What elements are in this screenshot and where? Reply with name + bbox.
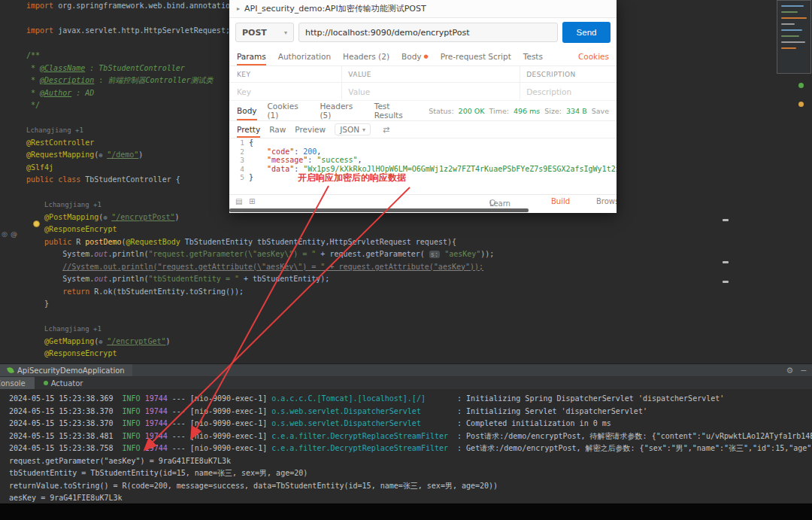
minimap-line [781,29,802,31]
tab-authorization[interactable]: Authorization [278,47,331,65]
tab-tests[interactable]: Tests [523,47,543,65]
minimize-icon[interactable]: ─ [801,366,806,376]
run-config-label: ApiSecurityDemoApplication [17,366,125,375]
send-button[interactable]: Send [562,22,611,43]
run-toolwindow-header: ApiSecurityDemoApplication ⚙ ─ [0,364,812,377]
tab-params[interactable]: Params [237,47,266,65]
line-number-gutter: 1 2 3 4 5 [229,138,249,182]
kv-header-key: KEY [229,71,341,78]
minimap-line [781,47,796,49]
body-modified-dot-icon: ● [424,53,429,59]
response-view-bar: Pretty Raw Preview JSON ▾ ⇄ [229,120,617,138]
status-badge: 200 OK [459,107,485,115]
bottom-filler [0,503,812,520]
response-tab-headers[interactable]: Headers (5) [320,101,363,120]
minimap-line [781,11,798,13]
postman-footer: ▤ ⊞ Learn Build Browse [229,194,617,208]
url-value: http://localhost:9090/demo/encryptPost [305,28,470,38]
tab-actuator[interactable]: Actuator [35,377,92,389]
time-value: 496 ms [514,107,540,115]
minimap-line [781,35,799,37]
size-label: Size: [544,107,562,115]
kv-key-placeholder[interactable]: Key [229,87,341,96]
right-toolbar-icon[interactable] [798,83,804,88]
spring-boot-leaf-icon [7,366,14,374]
error-stripe-mark[interactable] [723,261,729,263]
gear-icon[interactable]: ⚙ [786,366,794,376]
time-label: Time: [489,107,508,115]
tab-prerequest-script[interactable]: Pre-request Script [441,47,511,65]
kv-header-row: KEY VALUE DESCRIPTION [229,66,617,83]
url-input[interactable]: http://localhost:9090/demo/encryptPost [298,23,558,42]
tab-body[interactable]: Body● [401,47,429,65]
intention-bulb-icon[interactable] [33,220,40,227]
minimap-popup [777,0,811,74]
method-value: POST [242,28,267,38]
annotation-gutter-icon[interactable]: @ [11,231,17,238]
size-value: 334 B [566,107,587,115]
kv-input-row[interactable]: Key Value Description [229,83,617,101]
minimap-line [781,17,807,19]
console-panel: ApiSecurityDemoApplication ⚙ ─ Console A… [0,363,812,520]
error-stripe-mark[interactable] [723,219,729,221]
build-tab[interactable]: Build [551,197,570,205]
add-panel-icon[interactable]: ⊞ [249,197,255,205]
minimap-line [781,41,805,43]
postman-window: ▸ API_security_demo:API加密传输功能测试POST POST… [229,0,617,213]
kv-description-placeholder[interactable]: Description [520,83,617,100]
view-tab-pretty[interactable]: Pretty [237,121,260,138]
ide-screen: import org.springframework.web.bind.anno… [0,0,812,520]
actuator-icon [44,381,48,385]
response-body[interactable]: 1 2 3 4 5 ▾ { "code": 200, "message": "s… [229,138,617,182]
annotation-note: 开启响应加密后的响应数据 [298,172,406,184]
chevron-down-icon: ▾ [362,126,365,133]
view-tab-preview[interactable]: Preview [295,121,326,138]
kv-header-value: VALUE [341,66,520,82]
tab-console[interactable]: Console [0,377,35,389]
learn-label: Learn [489,199,511,208]
minimap-line [781,5,804,7]
method-select[interactable]: POST ▾ [235,23,294,42]
format-select[interactable]: JSON ▾ [335,123,371,135]
request-bar: POST ▾ http://localhost:9090/demo/encryp… [229,18,617,47]
override-marker-icon[interactable]: ◎ [2,231,8,238]
response-status-bar: Status: 200 OK Time: 496 ms Size: 334 B … [429,107,609,115]
view-tab-raw[interactable]: Raw [269,121,286,138]
console-log[interactable]: 2024-05-15 15:23:38.369 INFO 19744 --- [… [0,390,812,520]
format-value: JSON [340,125,359,134]
tab-body-label: Body [401,52,422,61]
cookies-link[interactable]: Cookies [578,52,609,61]
wrap-text-icon[interactable]: ⇄ [383,125,389,135]
response-tab-body[interactable]: Body [237,101,257,120]
chevron-down-icon: ▾ [284,29,287,36]
minimap-line [781,23,795,25]
right-toolbar-icon[interactable] [798,102,804,107]
status-label: Status: [429,107,453,115]
request-title-bar[interactable]: ▸ API_security_demo:API加密传输功能测试POST [229,0,617,18]
response-tab-test-results[interactable]: Test Results [374,101,418,120]
request-tabs: Params Authorization Headers (2) Body● P… [229,47,617,66]
run-config-tab[interactable]: ApiSecurityDemoApplication [0,364,132,376]
grid-icon[interactable]: ▤ [235,197,242,205]
console-tab-bar: Console Actuator [0,377,812,389]
response-tab-cookies[interactable]: Cookies (1) [268,101,310,120]
request-title: API_security_demo:API加密传输功能测试POST [244,3,426,14]
save-response-button[interactable]: Save [592,107,609,115]
horizontal-scrollbar[interactable] [229,208,529,212]
kv-value-placeholder[interactable]: Value [341,83,520,100]
expander-icon[interactable]: ▸ [237,5,240,12]
error-stripe-mark[interactable] [723,281,729,283]
browse-tab[interactable]: Browse [596,197,617,205]
actuator-label: Actuator [51,379,83,388]
tab-headers[interactable]: Headers (2) [343,47,389,65]
response-tabs: Body Cookies (1) Headers (5) Test Result… [229,101,617,120]
kv-header-description: DESCRIPTION [520,66,617,82]
